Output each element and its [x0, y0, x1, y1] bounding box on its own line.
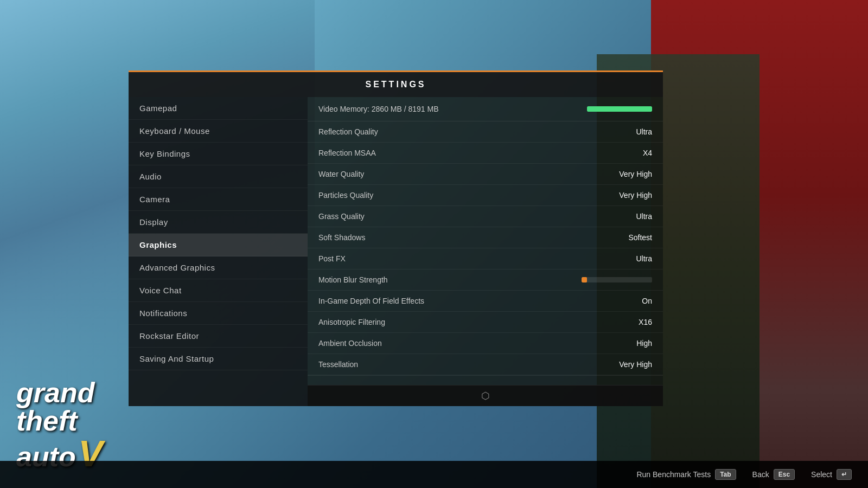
scroll-arrows-icon: ⬡ [481, 390, 490, 402]
water-quality-label: Water Quality [318, 170, 364, 178]
setting-soft-shadows[interactable]: Soft Shadows Softest [308, 227, 663, 248]
post-fx-label: Post FX [318, 254, 346, 263]
anisotropic-label: Anisotropic Filtering [318, 318, 385, 326]
setting-tessellation[interactable]: Tessellation Very High [308, 354, 663, 375]
motion-blur-bar [582, 277, 652, 282]
select-control[interactable]: Select ↵ [811, 469, 852, 480]
tessellation-label: Tessellation [318, 360, 358, 369]
setting-anisotropic[interactable]: Anisotropic Filtering X16 [308, 312, 663, 333]
soft-shadows-value: Softest [609, 233, 652, 242]
memory-bar [587, 106, 652, 112]
settings-title: SETTINGS [365, 80, 426, 89]
nav-item-voice-chat[interactable]: Voice Chat [129, 279, 308, 302]
anisotropic-value: X16 [609, 318, 652, 326]
nav-item-gamepad[interactable]: Gamepad [129, 97, 308, 120]
particles-quality-value: Very High [609, 191, 652, 200]
nav-item-advanced-graphics[interactable]: Advanced Graphics [129, 256, 308, 279]
setting-motion-blur[interactable]: Motion Blur Strength [308, 269, 663, 291]
tessellation-value: Very High [609, 360, 652, 369]
motion-blur-label: Motion Blur Strength [318, 275, 388, 284]
particles-quality-label: Particles Quality [318, 191, 373, 200]
nav-item-notifications[interactable]: Notifications [129, 302, 308, 325]
select-label: Select [811, 470, 832, 479]
nav-item-audio[interactable]: Audio [129, 165, 308, 188]
benchmark-key: Tab [715, 469, 736, 480]
back-key: Esc [774, 469, 795, 480]
select-key: ↵ [837, 469, 852, 480]
video-memory-label: Video Memory: 2860 MB / 8191 MB [318, 105, 439, 113]
back-label: Back [752, 470, 769, 479]
water-quality-value: Very High [609, 170, 652, 178]
restore-defaults-row[interactable]: Restore Defaults [308, 375, 663, 385]
reflection-msaa-value: X4 [609, 149, 652, 157]
nav-item-keyboard-mouse[interactable]: Keyboard / Mouse [129, 120, 308, 143]
setting-water-quality[interactable]: Water Quality Very High [308, 164, 663, 185]
grass-quality-value: Ultra [609, 212, 652, 221]
settings-panel: SETTINGS Gamepad Keyboard / Mouse Key Bi… [129, 70, 663, 406]
benchmark-label: Run Benchmark Tests [636, 470, 711, 479]
video-memory-row: Video Memory: 2860 MB / 8191 MB [308, 97, 663, 121]
depth-of-field-label: In-Game Depth Of Field Effects [318, 297, 424, 305]
setting-post-fx[interactable]: Post FX Ultra [308, 248, 663, 269]
bottom-controls-bar: Run Benchmark Tests Tab Back Esc Select … [0, 461, 868, 488]
reflection-msaa-label: Reflection MSAA [318, 149, 376, 157]
nav-item-graphics[interactable]: Graphics [129, 234, 308, 256]
logo-grand: grand [16, 378, 103, 407]
nav-item-camera[interactable]: Camera [129, 188, 308, 211]
restore-defaults-label: Restore Defaults [318, 384, 375, 385]
logo-theft: theft [16, 407, 103, 435]
nav-item-display[interactable]: Display [129, 211, 308, 234]
nav-item-saving-startup[interactable]: Saving And Startup [129, 348, 308, 370]
ambient-occlusion-value: High [609, 339, 652, 348]
back-control[interactable]: Back Esc [752, 469, 795, 480]
setting-reflection-quality[interactable]: Reflection Quality Ultra [308, 121, 663, 143]
setting-ambient-occlusion[interactable]: Ambient Occlusion High [308, 333, 663, 354]
setting-depth-of-field[interactable]: In-Game Depth Of Field Effects On [308, 291, 663, 312]
reflection-quality-label: Reflection Quality [318, 127, 378, 136]
grass-quality-label: Grass Quality [318, 212, 365, 221]
ambient-occlusion-label: Ambient Occlusion [318, 339, 382, 348]
content-panel: Video Memory: 2860 MB / 8191 MB Reflecti… [308, 97, 663, 406]
setting-particles-quality[interactable]: Particles Quality Very High [308, 185, 663, 206]
reflection-quality-value: Ultra [609, 127, 652, 136]
memory-bar-fill [587, 106, 652, 112]
nav-panel: Gamepad Keyboard / Mouse Key Bindings Au… [129, 97, 308, 406]
soft-shadows-label: Soft Shadows [318, 233, 365, 242]
settings-list: Reflection Quality Ultra Reflection MSAA… [308, 121, 663, 385]
settings-body: Gamepad Keyboard / Mouse Key Bindings Au… [129, 97, 663, 406]
benchmark-control[interactable]: Run Benchmark Tests Tab [636, 469, 736, 480]
nav-item-key-bindings[interactable]: Key Bindings [129, 143, 308, 165]
depth-of-field-value: On [609, 297, 652, 305]
nav-item-rockstar-editor[interactable]: Rockstar Editor [129, 325, 308, 348]
motion-blur-fill [582, 277, 587, 282]
settings-header: SETTINGS [129, 70, 663, 97]
setting-grass-quality[interactable]: Grass Quality Ultra [308, 206, 663, 227]
gta-logo: grand theft auto V [16, 378, 103, 472]
setting-reflection-msaa[interactable]: Reflection MSAA X4 [308, 143, 663, 164]
scroll-bar-area: ⬡ [308, 385, 663, 406]
post-fx-value: Ultra [609, 254, 652, 263]
